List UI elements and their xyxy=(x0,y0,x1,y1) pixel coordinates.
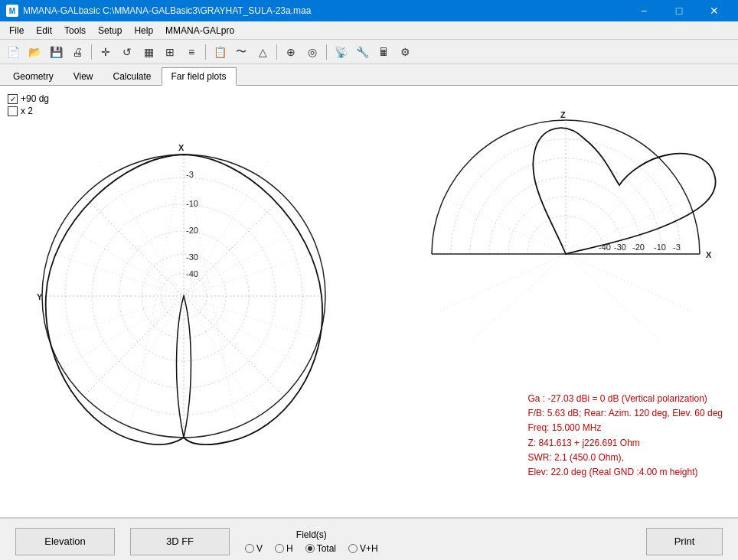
toolbar-print[interactable]: 🖨 xyxy=(67,42,87,62)
checkbox-x2-row: x 2 xyxy=(8,106,49,116)
ring-label-20: -20 xyxy=(186,226,198,235)
ring-label-3: -3 xyxy=(186,170,194,179)
ring-right-30: -30 xyxy=(614,243,626,252)
toolbar-ring[interactable]: ◎ xyxy=(302,42,322,62)
info-line4: Z: 841.613 + j226.691 Ohm xyxy=(527,436,723,451)
tab-geometry[interactable]: Geometry xyxy=(3,67,64,85)
radio-total-label: Total xyxy=(317,543,336,554)
elevation-button[interactable]: Elevation xyxy=(15,528,115,555)
polar-svg-left: -3 -10 -20 -30 -40 X Y xyxy=(31,109,337,483)
radio-h[interactable]: H xyxy=(275,543,293,554)
tab-view[interactable]: View xyxy=(64,67,103,85)
minimize-button[interactable]: − xyxy=(626,0,661,21)
radio-row: V H Total V+H xyxy=(245,543,378,554)
bottombar: Elevation 3D FF Field(s) V H Total V+H P… xyxy=(0,518,738,560)
info-line1: Ga : -27.03 dBi = 0 dB (Vertical polariz… xyxy=(527,392,723,406)
radio-vplush-label: V+H xyxy=(360,543,378,554)
info-line3: Freq: 15.000 MHz xyxy=(527,421,723,435)
polar-plot-right: -3 -10 -20 -30 -40 Z X xyxy=(401,109,730,384)
menu-setup[interactable]: Setup xyxy=(92,22,128,39)
info-line6: Elev: 22.0 deg (Real GND :4.00 m height) xyxy=(527,465,723,480)
toolbar-grid[interactable]: ▦ xyxy=(139,42,158,62)
toolbar-view2[interactable]: ⊞ xyxy=(160,42,180,62)
toolbar-new[interactable]: 📄 xyxy=(3,42,23,62)
toolbar-save[interactable]: 💾 xyxy=(46,42,66,62)
3d-ff-button[interactable]: 3D FF xyxy=(130,528,230,555)
svg-line-11 xyxy=(184,155,237,430)
radio-vplush[interactable]: V+H xyxy=(348,543,378,554)
print-button[interactable]: Print xyxy=(646,528,723,555)
polar-svg-right: -3 -10 -20 -30 -40 Z X xyxy=(401,109,730,399)
toolbar-gear[interactable]: ⚙ xyxy=(395,42,415,62)
radio-total-circle xyxy=(305,544,315,553)
polar-right-right-label: X xyxy=(706,250,712,259)
toolbar-antenna[interactable]: 📡 xyxy=(331,42,351,62)
toolbar-doc[interactable]: 📋 xyxy=(210,42,230,62)
checkbox-x2-label: x 2 xyxy=(21,106,33,116)
menu-mmana-galpro[interactable]: MMANA-GALpro xyxy=(159,22,240,39)
radio-v-label: V xyxy=(256,543,263,554)
sep3 xyxy=(276,44,277,60)
radio-total[interactable]: Total xyxy=(305,543,336,554)
svg-line-10 xyxy=(130,155,184,430)
polar-left-top-label: X xyxy=(178,143,184,152)
titlebar: M MMANA-GALbasic C:\MMANA-GALBasic3\GRAY… xyxy=(0,0,738,21)
tabbar: Geometry View Calculate Far field plots xyxy=(0,64,738,86)
radio-v-circle xyxy=(245,544,254,553)
radio-vplush-circle xyxy=(348,544,358,553)
ring-label-30: -30 xyxy=(186,252,198,262)
radio-h-label: H xyxy=(286,543,293,554)
checkbox-90dg-label: +90 dg xyxy=(21,93,49,104)
sep2 xyxy=(205,44,206,60)
toolbar-open[interactable]: 📂 xyxy=(24,42,44,62)
titlebar-left: M MMANA-GALbasic C:\MMANA-GALBasic3\GRAY… xyxy=(6,5,311,17)
checkbox-90dg-row: +90 dg xyxy=(8,93,49,104)
checkboxes-area: +90 dg x 2 xyxy=(8,93,49,118)
app-icon: M xyxy=(6,5,18,17)
titlebar-controls: − □ ✕ xyxy=(626,0,732,21)
info-line5: SWR: 2.1 (450.0 Ohm), xyxy=(527,451,723,465)
close-button[interactable]: ✕ xyxy=(697,0,732,21)
toolbar-lines[interactable]: ≡ xyxy=(181,42,201,62)
ring-right-10: -10 xyxy=(654,243,666,252)
polar-plot-left: -3 -10 -20 -30 -40 X Y xyxy=(31,109,337,483)
checkbox-90dg[interactable] xyxy=(8,94,18,104)
maximize-button[interactable]: □ xyxy=(661,0,697,21)
toolbar-wrench[interactable]: 🔧 xyxy=(352,42,372,62)
ring-right-20: -20 xyxy=(632,243,645,252)
menu-edit[interactable]: Edit xyxy=(30,22,58,39)
main-content: +90 dg x 2 xyxy=(0,86,738,518)
menubar: File Edit Tools Setup Help MMANA-GALpro xyxy=(0,21,738,40)
checkbox-x2[interactable] xyxy=(8,106,18,116)
info-line2: F/B: 5.63 dB; Rear: Azim. 120 deg, Elev.… xyxy=(527,406,723,421)
sep1 xyxy=(91,44,92,60)
fields-label: Field(s) xyxy=(296,529,327,540)
toolbar: 📄 📂 💾 🖨 ✛ ↺ ▦ ⊞ ≡ 📋 〜 △ ⊕ ◎ 📡 🔧 🖩 ⚙ xyxy=(0,40,738,64)
sep4 xyxy=(326,44,327,60)
radio-h-circle xyxy=(275,544,284,553)
fields-group: Field(s) V H Total V+H xyxy=(245,529,378,554)
ring-label-10: -10 xyxy=(186,199,198,208)
menu-help[interactable]: Help xyxy=(128,22,159,39)
toolbar-undo[interactable]: ↺ xyxy=(117,42,137,62)
tab-calculate[interactable]: Calculate xyxy=(103,67,161,85)
tab-farfield[interactable]: Far field plots xyxy=(162,67,237,86)
toolbar-circle[interactable]: ⊕ xyxy=(281,42,301,62)
toolbar-triangle[interactable]: △ xyxy=(253,42,273,62)
toolbar-curve[interactable]: 〜 xyxy=(231,42,251,62)
radio-v[interactable]: V xyxy=(245,543,263,554)
titlebar-title: MMANA-GALbasic C:\MMANA-GALBasic3\GRAYHA… xyxy=(23,5,311,16)
menu-file[interactable]: File xyxy=(3,22,30,39)
toolbar-move[interactable]: ✛ xyxy=(96,42,116,62)
ring-label-40: -40 xyxy=(186,269,198,278)
menu-tools[interactable]: Tools xyxy=(58,22,92,39)
toolbar-calc[interactable]: 🖩 xyxy=(374,42,393,62)
ring-right-3: -3 xyxy=(673,243,681,252)
info-text-area: Ga : -27.03 dBi = 0 dB (Vertical polariz… xyxy=(527,392,723,480)
polar-right-top-label: Z xyxy=(560,110,566,119)
